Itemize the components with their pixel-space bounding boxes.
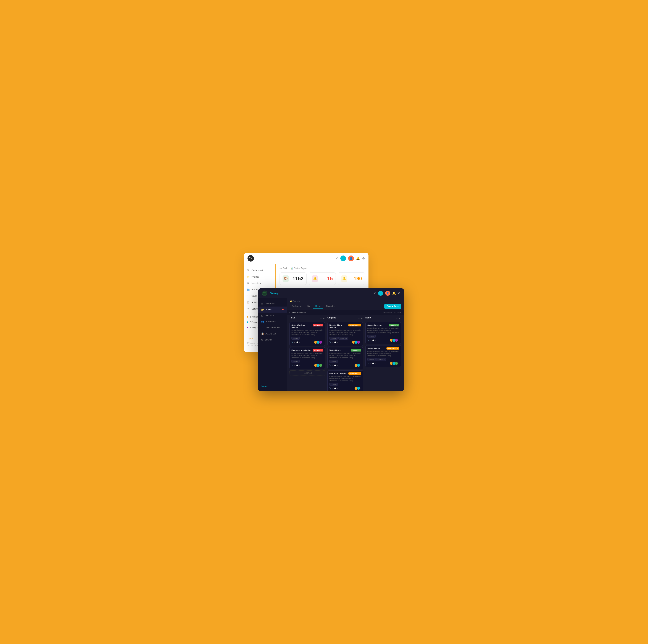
light-avatar-teal[interactable] [340,255,346,261]
light-card-2: 🔔 190 [338,273,365,285]
filter-icon: ⧂ [394,311,396,314]
dark-sun-icon[interactable]: ☀ [373,292,376,295]
done-add-icon[interactable]: ＋ [395,317,398,320]
task-meta-electrical: 📎 2 💬 5 [291,364,300,366]
all-task-checkbox-icon: ☑ [383,311,385,314]
task-card-burglar[interactable]: Burglar Alarm System Medium Priority Con… [327,322,363,346]
dashboard-icon: ⊞ [247,269,250,272]
task-clips-alarmsystem: 📎 2 [367,362,371,364]
dark-sidebar-item-codegen[interactable]: ↔ Code Generator [258,325,287,331]
stat-dot-inventory [247,316,248,317]
project-badge: 📌 [282,309,284,311]
task-title-waterheater: Water Heater [329,349,350,351]
task-clips-burglar: 📎 3 [329,341,333,343]
add-task-button[interactable]: + Add Task [289,370,325,376]
task-tags-electrical: Electrical [291,360,323,363]
tab-dashboard[interactable]: Dashboard [289,304,304,309]
breadcrumb-separator: | [289,267,289,270]
clip-icon: 📎 [367,362,369,364]
dark-sidebar-item-settings[interactable]: ⚙ Settings [258,337,287,343]
task-card-header-alarmsystem: Alarm System Medium Priority [367,347,399,350]
comment-icon: 💬 [334,341,336,343]
tab-list[interactable]: List [305,304,313,309]
light-sidebar-item-inventory[interactable]: 🗂 Inventory [244,280,275,286]
board-col-header-ongoing: Ongoing ＋ ··· [327,316,363,321]
dark-sidebar-item-activitylog[interactable]: 📋 Activity Log [258,331,287,337]
task-card-header-electrical: Electrical Installation High Priority [291,349,323,352]
dark-avatar-photo[interactable]: 👤 [385,291,390,296]
task-comments-burglar: 💬 5 [334,341,337,343]
filter-button[interactable]: ⧂ Filter [394,311,401,314]
avatar-2 [319,364,322,367]
dark-header: 🛡 nVntory ☀ 👤 🔔 ⚙ [258,288,404,298]
task-priority-smoke: Low Priority [389,324,399,327]
todo-add-icon[interactable]: ＋ [320,317,322,320]
task-card-electrical[interactable]: Electrical Installation High Priority Co… [289,347,325,369]
card-icon-2: 🔔 [341,276,347,282]
ongoing-col-title-wrap: Ongoing [327,316,336,320]
task-card-firealarm[interactable]: Fire Alarm System Medium Priority Condui… [327,370,363,391]
light-breadcrumb: << Back | 📊 Status Report [279,267,365,270]
todo-col-title-wrap: To Do [289,316,295,320]
task-title-solar: Solar Wireless System [291,324,312,329]
dark-logout-button[interactable]: Logout [258,383,287,389]
tab-calender[interactable]: Calender [324,304,337,309]
dark-sidebar-item-employees[interactable]: 👥 Employees [258,318,287,325]
light-sun-icon[interactable]: ☀ [335,256,338,260]
todo-more-icon[interactable]: ··· [323,317,325,320]
task-meta-solar: 📎 4 💬 5 [291,341,300,343]
task-avatars-waterheater: + [355,364,361,367]
board-col-todo: To Do ＋ ··· Solar Wireless System [289,316,325,390]
light-logo-icon: 🛡 [248,255,254,261]
task-card-header-firealarm: Fire Alarm System Medium Priority [329,372,361,374]
done-more-icon[interactable]: ··· [399,317,401,320]
back-button[interactable]: << Back [279,267,287,270]
task-meta-firealarm: 📎 1 💬 5 [329,388,337,389]
ongoing-add-icon[interactable]: ＋ [358,317,360,320]
avatar-1 [357,387,360,390]
avatar-more: + [398,362,399,364]
comment-icon: 💬 [372,362,374,364]
dark-sidebar-item-project[interactable]: 📁 Project 📌 [258,306,287,312]
light-bell-icon[interactable]: 🔔 [356,256,360,260]
task-tags-alarmsystem: Electrical Electronics [367,358,399,361]
task-card-alarmsystem[interactable]: Alarm System Medium Priority Conduit fit… [366,345,401,367]
dark-sidebar-item-dashboard[interactable]: ⊞ Dashboard [258,300,287,306]
light-gear-icon[interactable]: ⚙ [362,256,365,260]
light-sidebar-item-project[interactable]: 📁 Project [244,274,275,280]
dark-sidebar-label: Dashboard [265,302,275,305]
tab-board[interactable]: Board [313,304,323,309]
task-card-waterheater[interactable]: Water Heater Low Priority Conduit fittin… [327,347,363,369]
task-tag-electrical-f: Electrical [329,383,337,386]
task-tag-electrical: Electrical [291,337,300,340]
card-number-2: 190 [354,276,362,282]
dark-tab-list: Dashboard List Board Calender [289,304,337,309]
settings-icon: ⚙ [247,307,250,310]
done-col-bar [366,320,371,320]
task-card-smoke[interactable]: Smoke Detector Low Priority Conduit fitt… [366,322,401,344]
light-avatar-photo[interactable]: 👤 [348,255,354,261]
create-task-button[interactable]: Create Task [384,304,401,309]
dark-sidebar-item-inventory[interactable]: 🗂 Inventory [258,312,287,318]
dark-gear-icon[interactable]: ⚙ [398,292,400,295]
todo-col-bar [289,320,295,320]
task-card-solar[interactable]: Solar Wireless System High Priority Cond… [289,322,325,346]
task-comments-smoke: 💬 5 [372,339,376,341]
dark-bell-icon[interactable]: 🔔 [392,292,396,295]
task-priority-waterheater: Low Priority [351,349,361,352]
light-sidebar-item-dashboard[interactable]: ⊞ Dashboard [244,267,275,274]
clip-icon: 📎 [329,364,331,366]
avatar-1 [357,364,360,367]
task-avatars-solar: + [314,341,323,344]
ongoing-more-icon[interactable]: ··· [361,317,363,320]
comment-icon: 💬 [296,341,298,343]
all-task-filter[interactable]: ☑ All Task [383,311,392,314]
task-tag-electrical-s: Electrical [367,335,376,338]
task-avatars-burglar: + [352,341,361,344]
task-meta-smoke: 📎 2 💬 5 [367,339,376,341]
dark-header-right: ☀ 👤 🔔 ⚙ [373,291,400,296]
dark-dashboard-icon: ⊞ [261,302,263,305]
task-avatars-alarmsystem: + [390,362,399,365]
dark-avatar-teal[interactable] [378,291,383,296]
status-report-link[interactable]: 📊 Status Report [291,267,307,270]
